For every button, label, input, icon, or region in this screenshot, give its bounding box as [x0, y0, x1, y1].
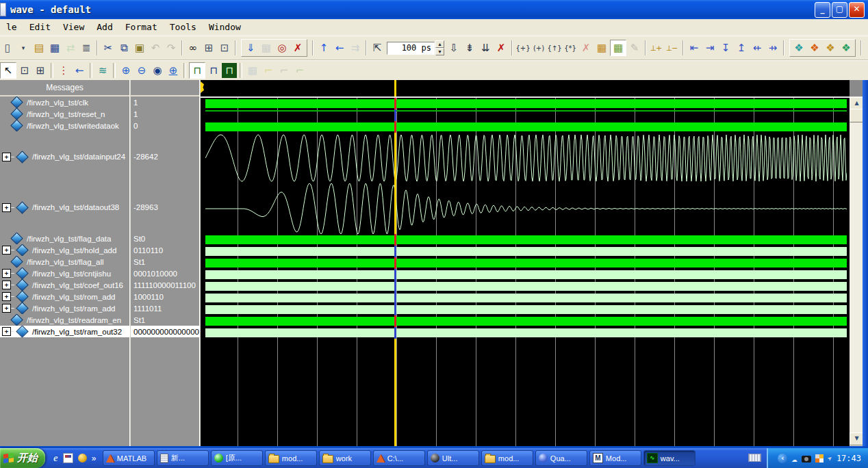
scroll-thumb[interactable] — [850, 109, 864, 122]
waveform-canvas[interactable] — [201, 80, 850, 446]
step-button[interactable]: {+} — [515, 40, 531, 55]
wave-high-line-1[interactable] — [205, 110, 847, 112]
prev-transition-button[interactable]: ⇤ — [687, 40, 702, 55]
mail-quicklaunch-icon[interactable] — [63, 453, 73, 463]
ultraedit-quicklaunch-icon[interactable] — [78, 454, 87, 463]
expand-plus-icon[interactable]: + — [2, 153, 11, 161]
menu-item-2[interactable]: View — [57, 19, 90, 36]
cursor-line-red-12[interactable] — [394, 315, 396, 327]
task-modelsim[interactable]: MMod... — [589, 450, 641, 466]
undo-button[interactable]: ↶ — [148, 40, 163, 55]
zoom-out-button[interactable]: ⊖ — [134, 63, 149, 78]
restart-button[interactable]: ⇱ — [370, 40, 385, 55]
wave-solid-green-7[interactable] — [205, 259, 847, 268]
ie-quicklaunch-icon[interactable]: e — [53, 453, 58, 463]
new-file-dropdown[interactable]: ▾ — [16, 40, 31, 55]
signal-row-name-11[interactable]: +/firwzh_vlg_tst/ram_add — [0, 302, 129, 314]
break-button[interactable]: ✗ — [494, 40, 509, 55]
cursor-flag-icon[interactable] — [201, 81, 204, 93]
expand-plus-icon[interactable]: + — [2, 327, 11, 336]
wave-analog-3[interactable] — [205, 133, 847, 183]
paste-button[interactable]: ▣ — [132, 40, 147, 55]
collapse-chevron-icon[interactable]: ‹ — [778, 454, 787, 463]
signal-row-name-0[interactable]: /firwzh_vlg_tst/clk — [0, 96, 129, 108]
delete-wave-button[interactable]: ✗ — [290, 40, 305, 55]
copy-button[interactable]: ⧉ — [116, 40, 131, 55]
task-matlab[interactable]: MATLAB — [103, 450, 155, 466]
trace-input-button[interactable]: ← — [72, 63, 87, 78]
wave-vertical-scrollbar[interactable]: ▲ ▼ — [850, 80, 863, 446]
collapse-hierarchy-button[interactable]: ⊡ — [217, 40, 232, 55]
wave-bus-6[interactable] — [205, 247, 847, 256]
wave-bus-10[interactable] — [205, 294, 847, 302]
step-config-button[interactable]: {*} — [563, 40, 578, 55]
wave-solid-green-0[interactable] — [205, 99, 847, 108]
messages-header[interactable]: Messages — [0, 80, 129, 96]
task-matlab-cmd[interactable]: C:\... — [373, 450, 425, 466]
signal-row-name-12[interactable]: /firwzh_vlg_tst/readram_en — [0, 314, 129, 326]
task-folder-work[interactable]: work — [319, 450, 371, 466]
scroll-down-button[interactable]: ▼ — [850, 432, 864, 445]
run-length-spinner[interactable]: ▲▼ — [435, 40, 444, 55]
run-length-field[interactable]: 100 ps — [387, 42, 435, 55]
expanded-time-delta-button[interactable]: ⌐ — [261, 63, 276, 78]
next-rising-edge-button[interactable]: ↥ — [734, 40, 749, 55]
prev-falling-edge-button[interactable]: ↧ — [718, 40, 733, 55]
expand-plus-icon[interactable]: + — [2, 269, 11, 278]
expanded-time-off-button[interactable]: ▦ — [245, 63, 260, 78]
task-wave[interactable]: ∿wav... — [643, 450, 695, 466]
select-mode-button[interactable]: ↖ — [0, 62, 16, 79]
task-ultraedit[interactable]: Ult... — [427, 450, 479, 466]
expanded-time-mode-button[interactable]: ⌐ — [292, 63, 307, 78]
menu-item-5[interactable]: Tools — [164, 19, 203, 36]
zoom-full-button[interactable]: ◉ — [150, 63, 165, 78]
color-grid-icon[interactable] — [815, 454, 824, 463]
back-button[interactable]: ← — [332, 40, 347, 55]
dual-wave-view-button[interactable]: ⊓ — [206, 63, 221, 78]
wave-bus-11[interactable] — [205, 305, 847, 314]
signal-row-name-8[interactable]: +/firwzh_vlg_tst/cntjishu — [0, 268, 129, 279]
task-folder-mod-2[interactable]: mod... — [481, 450, 533, 466]
cursor-line-red-7[interactable] — [394, 257, 396, 269]
menu-item-0[interactable]: le — [0, 19, 23, 36]
pen-input-icon[interactable]: ➤ — [825, 453, 835, 463]
find-signal-button[interactable]: ◎ — [275, 40, 290, 55]
maximize-button[interactable]: ▢ — [832, 2, 847, 18]
close-button[interactable]: ✕ — [849, 2, 865, 18]
menu-item-1[interactable]: Edit — [23, 19, 57, 36]
task-notepad[interactable]: 新... — [157, 450, 209, 466]
expanded-time-event-button[interactable]: ⌐ — [277, 63, 292, 78]
full-wave-view-button[interactable]: ⊓ — [222, 63, 237, 78]
cursor-line-analog-3[interactable] — [394, 133, 396, 183]
zoom-mode-button[interactable]: ⊡ — [17, 63, 32, 78]
wave-solid-green-5[interactable] — [205, 235, 847, 244]
title-bar[interactable]: wave - default _▢✕ — [0, 0, 868, 19]
cursor-line-lower[interactable] — [394, 339, 396, 446]
menu-item-3[interactable]: Add — [90, 19, 118, 36]
step-out-button[interactable]: {↑} — [547, 40, 562, 55]
next-transition-button[interactable]: ⇥ — [702, 40, 717, 55]
stop-sim-button[interactable]: ✗ — [578, 40, 593, 55]
forward-button[interactable]: ⇉ — [348, 40, 363, 55]
cut-button[interactable]: ✂ — [101, 40, 116, 55]
signal-row-name-5[interactable]: /firwzh_vlg_tst/flag_data — [0, 233, 129, 244]
cursor-line-red-5[interactable] — [394, 234, 396, 246]
reload-button[interactable]: ⇄ — [63, 40, 78, 55]
open-file-button[interactable]: ▤ — [31, 40, 47, 55]
expand-hierarchy-button[interactable]: ⊞ — [201, 40, 216, 55]
stop-drivers-button[interactable]: ⋮ — [56, 63, 71, 78]
signal-row-name-1[interactable]: /firwzh_vlg_tst/reset_n — [0, 108, 129, 120]
signal-row-name-3[interactable]: +/firwzh_vlg_tst/datainput24 — [0, 131, 129, 182]
edit-bookmark-button[interactable]: ❖ — [823, 40, 838, 55]
new-file-button[interactable]: ▯ — [0, 40, 15, 55]
single-wave-view-button[interactable]: ⊓ — [189, 62, 205, 79]
expand-plus-icon[interactable]: + — [2, 203, 11, 212]
add-bookmark-button[interactable]: ❖ — [791, 40, 806, 55]
wave-solid-green-12[interactable] — [205, 317, 847, 326]
keyboard-indicator-icon[interactable] — [743, 452, 767, 465]
cursor-line-analog-4[interactable] — [394, 183, 396, 234]
save-button[interactable]: ▦ — [47, 40, 62, 55]
minimize-button[interactable]: _ — [815, 2, 830, 18]
menu-item-4[interactable]: Format — [119, 19, 164, 36]
expand-plus-icon[interactable]: + — [2, 292, 11, 301]
